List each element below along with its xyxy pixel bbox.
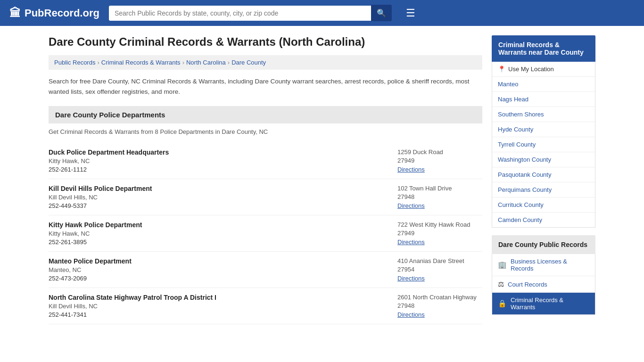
- sidebar-court-records[interactable]: ⚖ Court Records: [492, 276, 595, 293]
- dept-city-5: Kill Devil Hills, NC: [49, 303, 388, 310]
- logo-icon: 🏛: [9, 7, 21, 20]
- dept-left-3: Kitty Hawk Police Department Kitty Hawk,…: [49, 221, 388, 246]
- southern-shores-link[interactable]: Southern Shores: [498, 111, 544, 118]
- sidebar-business-licenses[interactable]: 🏢 Business Licenses & Records: [492, 254, 595, 276]
- sidebar-item-washington-county[interactable]: Washington County: [492, 152, 595, 167]
- dept-entry-2: Kill Devil Hills Police Department Kill …: [49, 179, 482, 215]
- camden-county-link[interactable]: Camden County: [498, 216, 542, 223]
- dept-zip-3: 27949: [397, 230, 482, 237]
- breadcrumb-sep-1: ›: [97, 59, 99, 66]
- dept-city-2: Kill Devil Hills, NC: [49, 194, 388, 201]
- hamburger-icon: ☰: [406, 7, 415, 19]
- nearby-list: 📍 Use My Location Manteo Nags Head South…: [492, 62, 595, 228]
- directions-link-5[interactable]: Directions: [397, 311, 425, 318]
- search-button[interactable]: 🔍: [371, 5, 392, 21]
- perquimans-county-link[interactable]: Perquimans County: [498, 186, 552, 193]
- dept-name-3: Kitty Hawk Police Department: [49, 221, 388, 229]
- dept-left-5: North Carolina State Highway Patrol Troo…: [49, 294, 388, 318]
- breadcrumb-north-carolina[interactable]: North Carolina: [186, 59, 226, 66]
- dept-left-4: Manteo Police Department Manteo, NC 252-…: [49, 257, 388, 282]
- dept-zip-2: 27948: [397, 193, 482, 200]
- dept-phone-1: 252-261-1112: [49, 166, 388, 173]
- dept-left-2: Kill Devil Hills Police Department Kill …: [49, 185, 388, 209]
- sidebar-item-nags-head[interactable]: Nags Head: [492, 92, 595, 107]
- nags-head-link[interactable]: Nags Head: [498, 96, 528, 103]
- dept-city-1: Kitty Hawk, NC: [49, 157, 388, 165]
- dept-entry-1: Duck Police Department Headquarters Kitt…: [49, 143, 482, 179]
- criminal-records-link[interactable]: Criminal Records & Warrants: [511, 296, 589, 311]
- sidebar-item-tyrrell-county[interactable]: Tyrrell County: [492, 137, 595, 152]
- header: 🏛 PubRecord.org 🔍 ☰: [0, 0, 644, 26]
- dept-name-4: Manteo Police Department: [49, 257, 388, 265]
- sidebar-item-hyde-county[interactable]: Hyde County: [492, 122, 595, 137]
- public-records-list: 🏢 Business Licenses & Records ⚖ Court Re…: [492, 254, 595, 315]
- use-my-location[interactable]: 📍 Use My Location: [492, 62, 595, 77]
- dept-city-3: Kitty Hawk, NC: [49, 230, 388, 237]
- hyde-county-link[interactable]: Hyde County: [498, 126, 533, 133]
- sidebar-item-camden-county[interactable]: Camden County: [492, 213, 595, 227]
- pasquotank-county-link[interactable]: Pasquotank County: [498, 171, 551, 178]
- dept-address-2: 102 Town Hall Drive: [397, 185, 482, 192]
- dept-right-4: 410 Ananias Dare Street 27954 Directions: [388, 257, 482, 282]
- breadcrumb-public-records[interactable]: Public Records: [54, 59, 95, 66]
- criminal-icon: 🔒: [498, 299, 507, 308]
- dept-city-4: Manteo, NC: [49, 266, 388, 273]
- police-sub-desc: Get Criminal Records & Warrants from 8 P…: [49, 128, 482, 135]
- dept-zip-1: 27949: [397, 157, 482, 164]
- dept-zip-5: 27948: [397, 302, 482, 309]
- search-bar: 🔍: [109, 5, 392, 21]
- dept-left-1: Duck Police Department Headquarters Kitt…: [49, 148, 388, 173]
- logo[interactable]: 🏛 PubRecord.org: [9, 7, 99, 20]
- breadcrumb-sep-3: ›: [228, 59, 230, 66]
- court-icon: ⚖: [498, 280, 504, 288]
- dept-phone-3: 252-261-3895: [49, 239, 388, 246]
- breadcrumb-criminal-records[interactable]: Criminal Records & Warrants: [101, 59, 181, 66]
- sidebar-criminal-records[interactable]: 🔒 Criminal Records & Warrants: [492, 293, 595, 314]
- directions-link-3[interactable]: Directions: [397, 239, 425, 246]
- business-licenses-link[interactable]: Business Licenses & Records: [511, 258, 589, 272]
- page-title: Dare County Criminal Records & Warrants …: [49, 35, 482, 49]
- sidebar-item-manteo[interactable]: Manteo: [492, 77, 595, 92]
- dept-right-1: 1259 Duck Road 27949 Directions: [388, 148, 482, 173]
- washington-county-link[interactable]: Washington County: [498, 156, 551, 163]
- main-container: Dare County Criminal Records & Warrants …: [39, 26, 605, 334]
- currituck-county-link[interactable]: Currituck County: [498, 201, 544, 208]
- breadcrumb: Public Records › Criminal Records & Warr…: [49, 55, 482, 70]
- dept-right-5: 2601 North Croatan Highway 27948 Directi…: [388, 294, 482, 318]
- public-records-header: Dare County Public Records: [492, 235, 595, 254]
- dept-address-3: 722 West Kitty Hawk Road: [397, 221, 482, 228]
- dept-name-1: Duck Police Department Headquarters: [49, 148, 388, 156]
- sidebar: Criminal Records & Warrants near Dare Co…: [492, 35, 595, 324]
- location-icon: 📍: [498, 66, 505, 73]
- directions-link-2[interactable]: Directions: [397, 202, 425, 209]
- departments-list: Duck Police Department Headquarters Kitt…: [49, 143, 482, 324]
- dept-address-4: 410 Ananias Dare Street: [397, 257, 482, 264]
- dept-right-3: 722 West Kitty Hawk Road 27949 Direction…: [388, 221, 482, 246]
- main-content: Dare County Criminal Records & Warrants …: [49, 35, 482, 324]
- sidebar-item-perquimans-county[interactable]: Perquimans County: [492, 182, 595, 197]
- dept-phone-2: 252-449-5337: [49, 202, 388, 209]
- sidebar-item-pasquotank-county[interactable]: Pasquotank County: [492, 167, 595, 182]
- dept-right-2: 102 Town Hall Drive 27948 Directions: [388, 185, 482, 209]
- tyrrell-county-link[interactable]: Tyrrell County: [498, 141, 536, 148]
- breadcrumb-dare-county[interactable]: Dare County: [231, 59, 266, 66]
- sidebar-item-currituck-county[interactable]: Currituck County: [492, 197, 595, 213]
- search-input[interactable]: [109, 6, 371, 21]
- breadcrumb-sep-2: ›: [182, 59, 184, 66]
- dept-entry-3: Kitty Hawk Police Department Kitty Hawk,…: [49, 215, 482, 252]
- search-icon: 🔍: [377, 9, 386, 17]
- menu-button[interactable]: ☰: [406, 7, 415, 19]
- dept-name-5: North Carolina State Highway Patrol Troo…: [49, 294, 388, 301]
- dept-name-2: Kill Devil Hills Police Department: [49, 185, 388, 192]
- directions-link-4[interactable]: Directions: [397, 275, 425, 282]
- logo-text: PubRecord.org: [25, 7, 99, 19]
- dept-entry-5: North Carolina State Highway Patrol Troo…: [49, 288, 482, 324]
- sidebar-item-southern-shores[interactable]: Southern Shores: [492, 107, 595, 122]
- court-records-link[interactable]: Court Records: [508, 281, 547, 288]
- dept-address-5: 2601 North Croatan Highway: [397, 294, 482, 301]
- business-icon: 🏢: [498, 261, 507, 269]
- nearby-header: Criminal Records & Warrants near Dare Co…: [492, 35, 595, 62]
- dept-entry-4: Manteo Police Department Manteo, NC 252-…: [49, 252, 482, 288]
- directions-link-1[interactable]: Directions: [397, 166, 425, 173]
- manteo-link[interactable]: Manteo: [498, 81, 518, 88]
